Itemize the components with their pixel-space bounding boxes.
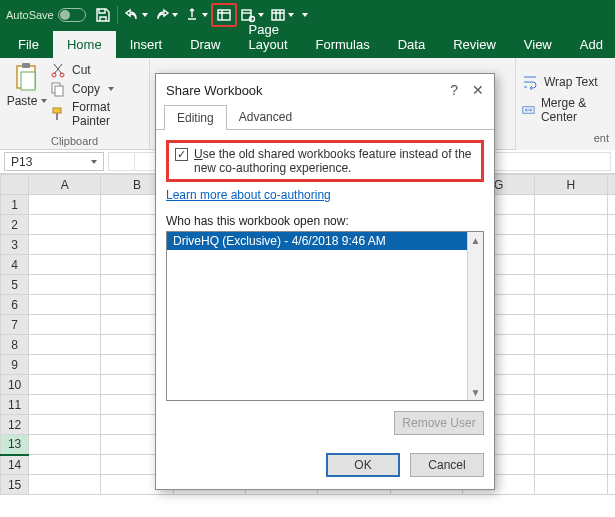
- format-painter-button[interactable]: Format Painter: [50, 100, 141, 128]
- close-icon[interactable]: ✕: [472, 82, 484, 98]
- qat-share-workbook-button[interactable]: [211, 3, 237, 27]
- tab-formulas[interactable]: Formulas: [302, 31, 384, 58]
- scroll-up-icon[interactable]: ▲: [468, 232, 483, 248]
- cell[interactable]: [535, 255, 607, 275]
- cell[interactable]: [535, 235, 607, 255]
- row-header[interactable]: 14: [1, 455, 29, 475]
- tab-page-layout[interactable]: Page Layout: [235, 16, 302, 58]
- tab-editing[interactable]: Editing: [164, 105, 227, 130]
- cell[interactable]: [535, 475, 607, 495]
- cell[interactable]: [29, 415, 101, 435]
- use-old-shared-workbooks-checkbox[interactable]: ✓ Use the old shared workbooks feature i…: [166, 140, 484, 182]
- cell[interactable]: [535, 275, 607, 295]
- tab-review[interactable]: Review: [439, 31, 510, 58]
- row-header[interactable]: 2: [1, 215, 29, 235]
- name-box[interactable]: P13: [4, 152, 104, 171]
- cell[interactable]: [607, 455, 615, 475]
- cell[interactable]: [29, 295, 101, 315]
- cell[interactable]: [29, 215, 101, 235]
- tab-home[interactable]: Home: [53, 31, 116, 58]
- tab-draw[interactable]: Draw: [176, 31, 234, 58]
- cell[interactable]: [607, 435, 615, 455]
- cell[interactable]: [607, 195, 615, 215]
- cell[interactable]: [535, 295, 607, 315]
- cell[interactable]: [29, 315, 101, 335]
- cell[interactable]: [607, 355, 615, 375]
- cell[interactable]: [607, 335, 615, 355]
- row-header[interactable]: 13: [1, 435, 29, 455]
- cell[interactable]: [535, 435, 607, 455]
- cell[interactable]: [29, 475, 101, 495]
- row-header[interactable]: 12: [1, 415, 29, 435]
- cell[interactable]: [535, 215, 607, 235]
- row-header[interactable]: 7: [1, 315, 29, 335]
- row-header[interactable]: 11: [1, 395, 29, 415]
- row-header[interactable]: 5: [1, 275, 29, 295]
- scroll-down-icon[interactable]: ▼: [468, 384, 483, 400]
- cell[interactable]: [607, 395, 615, 415]
- qat-redo-button[interactable]: [151, 3, 181, 27]
- row-header[interactable]: 10: [1, 375, 29, 395]
- cell[interactable]: [535, 195, 607, 215]
- cell[interactable]: [535, 455, 607, 475]
- cell[interactable]: [29, 195, 101, 215]
- cell[interactable]: [535, 355, 607, 375]
- list-item[interactable]: DriveHQ (Exclusive) - 4/6/2018 9:46 AM: [167, 232, 483, 250]
- tab-view[interactable]: View: [510, 31, 566, 58]
- help-icon[interactable]: ?: [450, 82, 458, 98]
- col-header[interactable]: H: [535, 175, 607, 195]
- cell[interactable]: [607, 475, 615, 495]
- cell[interactable]: [607, 215, 615, 235]
- cell[interactable]: [607, 275, 615, 295]
- row-header[interactable]: 1: [1, 195, 29, 215]
- scrollbar[interactable]: ▲ ▼: [467, 232, 483, 400]
- cell[interactable]: [607, 295, 615, 315]
- learn-more-link[interactable]: Learn more about co-authoring: [166, 188, 331, 202]
- wrap-text-button[interactable]: Wrap Text: [522, 74, 609, 90]
- cell[interactable]: [535, 375, 607, 395]
- cell[interactable]: [29, 455, 101, 475]
- copy-button[interactable]: Copy: [50, 81, 141, 97]
- cell[interactable]: [607, 315, 615, 335]
- cell[interactable]: [535, 335, 607, 355]
- ok-button[interactable]: OK: [326, 453, 400, 477]
- select-all-corner[interactable]: [1, 175, 29, 195]
- tab-data[interactable]: Data: [384, 31, 439, 58]
- cell[interactable]: [29, 355, 101, 375]
- row-header[interactable]: 3: [1, 235, 29, 255]
- col-header[interactable]: A: [29, 175, 101, 195]
- cell[interactable]: [607, 235, 615, 255]
- tab-advanced[interactable]: Advanced: [227, 105, 304, 130]
- row-header[interactable]: 9: [1, 355, 29, 375]
- qat-touch-mode-button[interactable]: [181, 3, 211, 27]
- row-header[interactable]: 4: [1, 255, 29, 275]
- col-header[interactable]: I: [607, 175, 615, 195]
- cell[interactable]: [535, 395, 607, 415]
- merge-center-button[interactable]: Merge & Center: [522, 96, 609, 124]
- cell[interactable]: [29, 435, 101, 455]
- paste-button[interactable]: Paste: [8, 62, 46, 108]
- cell[interactable]: [607, 375, 615, 395]
- row-header[interactable]: 15: [1, 475, 29, 495]
- cell[interactable]: [29, 395, 101, 415]
- cell[interactable]: [29, 375, 101, 395]
- autosave-toggle[interactable]: AutoSave: [6, 8, 86, 22]
- row-header[interactable]: 6: [1, 295, 29, 315]
- cell[interactable]: [607, 415, 615, 435]
- tab-addins[interactable]: Add: [566, 31, 615, 58]
- cell[interactable]: [535, 315, 607, 335]
- tab-insert[interactable]: Insert: [116, 31, 177, 58]
- cell[interactable]: [29, 335, 101, 355]
- row-header[interactable]: 8: [1, 335, 29, 355]
- tab-file[interactable]: File: [4, 31, 53, 58]
- cell[interactable]: [29, 255, 101, 275]
- qat-save-button[interactable]: [92, 3, 114, 27]
- qat-undo-button[interactable]: [121, 3, 151, 27]
- cell[interactable]: [29, 235, 101, 255]
- cell[interactable]: [535, 415, 607, 435]
- cancel-button[interactable]: Cancel: [410, 453, 484, 477]
- open-users-listbox[interactable]: DriveHQ (Exclusive) - 4/6/2018 9:46 AM ▲…: [166, 231, 484, 401]
- cut-button[interactable]: Cut: [50, 62, 141, 78]
- cell[interactable]: [607, 255, 615, 275]
- cell[interactable]: [29, 275, 101, 295]
